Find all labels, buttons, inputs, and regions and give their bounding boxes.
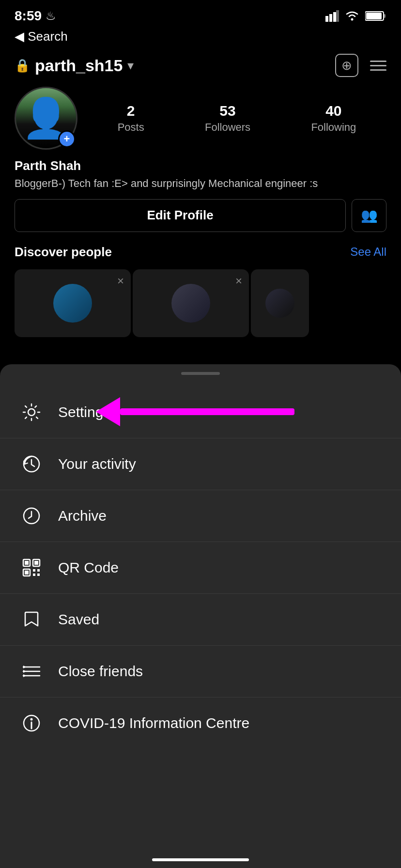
battery-icon [365,11,386,21]
followers-label: Followers [205,121,250,134]
close-card-2-button[interactable]: × [235,274,242,288]
signal-icon [325,10,339,22]
arrow-annotation [97,397,294,426]
settings-icon [19,400,44,424]
edit-profile-button[interactable]: Edit Profile [15,199,346,232]
svg-rect-3 [336,10,339,22]
covid-label: COVID-19 Information Centre [58,715,249,731]
svg-point-27 [31,718,33,721]
sheet-handle [181,372,220,375]
see-all-link[interactable]: See All [350,245,386,259]
lock-icon: 🔒 [15,58,30,73]
suggest-people-button[interactable]: 👥 [352,199,386,232]
username-row: 🔒 parth_sh15 ▾ [15,56,134,75]
followers-count: 53 [219,103,235,119]
your-activity-icon [19,452,44,476]
add-story-button[interactable]: + [58,130,76,148]
arrow-line [120,408,294,415]
svg-rect-19 [37,574,40,576]
edit-row: Edit Profile 👥 [0,199,401,240]
bottom-sheet: Settings Your activity Archive [0,364,401,868]
your-activity-label: Your activity [58,456,136,472]
status-time: 8:59 [15,8,42,24]
wifi-icon [345,10,359,22]
bio-text: BloggerB-) Tech fan :E> and surprisingly… [15,176,386,191]
followers-stat[interactable]: 53 Followers [205,103,250,134]
following-count: 40 [325,103,341,119]
discover-avatar-1 [53,284,92,323]
hamburger-icon [370,61,386,71]
arrow-head [96,397,120,426]
svg-point-7 [28,409,35,416]
stats-row: 2 Posts 53 Followers 40 Following [87,103,386,134]
svg-rect-2 [333,12,336,22]
bio-section: Parth Shah BloggerB-) Tech fan :E> and s… [0,155,401,199]
following-label: Following [311,121,356,134]
archive-icon [19,504,44,528]
discover-card-3 [251,269,309,337]
svg-rect-6 [384,14,386,18]
add-post-button[interactable]: ⊕ [335,54,358,77]
discover-label: Discover people [15,245,112,260]
menu-item-qr-code[interactable]: QR Code [0,542,401,594]
discover-card-1: × [15,269,131,337]
svg-rect-17 [37,569,40,572]
discover-cards: × × [0,264,401,342]
posts-label: Posts [118,121,144,134]
profile-info: + 2 Posts 53 Followers 40 Following [0,82,401,155]
menu-item-your-activity[interactable]: Your activity [0,438,401,490]
svg-rect-5 [366,13,382,19]
posts-stat[interactable]: 2 Posts [118,103,144,134]
flame-icon: ♨ [46,9,56,23]
profile-header: 🔒 parth_sh15 ▾ ⊕ [0,49,401,82]
qr-code-label: QR Code [58,559,119,576]
saved-label: Saved [58,611,99,628]
svg-marker-24 [23,670,26,673]
svg-rect-16 [33,569,35,572]
qr-code-icon [19,556,44,580]
header-actions: ⊕ [335,54,386,77]
discover-card-2: × [133,269,249,337]
svg-rect-15 [25,571,29,574]
discover-avatar-3 [265,289,294,318]
posts-count: 2 [127,103,135,119]
avatar-container: + [15,87,77,150]
svg-rect-0 [325,16,328,22]
full-name: Parth Shah [15,158,386,173]
covid-icon [19,711,44,735]
close-friends-label: Close friends [58,663,143,680]
archive-label: Archive [58,508,107,524]
back-label[interactable]: ◀ Search [15,29,68,44]
chevron-down-icon[interactable]: ▾ [127,58,134,73]
saved-icon [19,607,44,632]
status-bar: 8:59 ♨ [0,0,401,29]
svg-marker-23 [23,666,26,668]
username-text: parth_sh15 [35,56,123,75]
menu-button[interactable] [370,61,386,71]
svg-rect-18 [33,574,35,576]
following-stat[interactable]: 40 Following [311,103,356,134]
svg-rect-1 [329,14,332,22]
discover-avatar-2 [171,284,210,323]
status-icons [325,10,386,22]
svg-rect-13 [34,561,38,565]
menu-item-archive[interactable]: Archive [0,490,401,542]
discover-row: Discover people See All [0,240,401,264]
svg-rect-11 [25,561,29,565]
svg-marker-25 [23,674,26,677]
menu-item-saved[interactable]: Saved [0,594,401,646]
close-friends-icon [19,659,44,683]
menu-item-covid[interactable]: COVID-19 Information Centre [0,698,401,749]
suggest-people-icon: 👥 [361,207,378,223]
home-indicator [152,858,249,861]
back-nav[interactable]: ◀ Search [0,29,401,49]
menu-item-close-friends[interactable]: Close friends [0,646,401,698]
close-card-1-button[interactable]: × [117,274,124,288]
